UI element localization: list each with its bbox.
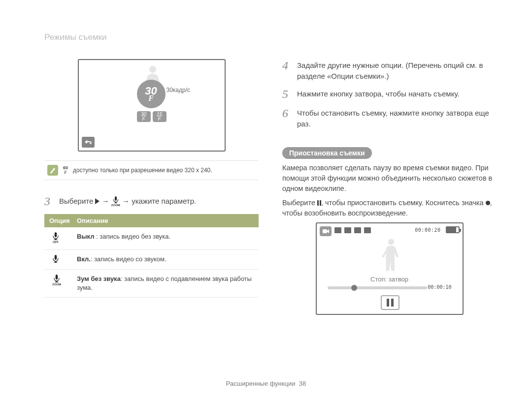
step-number: 4 [282,59,290,82]
options-table: Опция Описание OFF Выкл : запись видео б… [44,214,259,298]
back-arrow-icon [85,139,92,145]
status-icon [364,227,371,233]
silhouette-icon [381,237,401,276]
camera-screen-record: 00:00:20 Стоп: затвор 00:00:10 [316,222,464,315]
status-icon [344,227,351,233]
fps-label: 30кадр/с [166,87,191,93]
recording-time: 00:00:20 [415,227,440,233]
fps-option-15[interactable]: 15 F [153,111,166,122]
record-icon [486,201,490,205]
header-option: Опция [44,214,75,227]
paragraph: Камера позволяет сделать паузу во время … [282,163,497,194]
step-text: Нажмите кнопку затвора, чтобы начать съе… [297,88,460,101]
status-icon [354,227,361,233]
step-text: Задайте другие нужные опции. (Перечень о… [297,59,497,82]
note-icon [47,165,58,176]
fps-badge-large: 30 F [137,80,166,108]
mic-zoom-icon: ZOOM [111,196,120,208]
table-header: Опция Описание [44,214,259,227]
table-row: ZOOM Зум без звука: запись видео с подав… [44,270,259,298]
fps60-icon: 60 F [63,165,68,175]
elapsed-time: 00:00:10 [428,284,451,290]
fps-option-30[interactable]: 30 F [137,111,151,122]
paragraph: Выберите , чтобы приостановить съемку. К… [282,198,497,218]
svg-rect-0 [323,229,327,233]
mode-badge [320,226,332,236]
header-description: Описание [75,214,259,227]
mic-off-icon: OFF [52,232,59,245]
step-6: 6 Чтобы остановить съемку, нажмите кнопк… [282,107,497,129]
back-button[interactable] [82,137,95,148]
stop-hint: Стоп: затвор [317,276,463,283]
step-text: Выберите → ZOOM → укажите параметр. [59,195,196,208]
step-number: 5 [282,88,290,101]
right-column: 4 Задайте другие нужные опции. (Перечень… [282,59,497,315]
step-number: 3 [44,195,52,208]
battery-icon [446,226,460,233]
table-row: Вкл.: запись видео со звуком. [44,250,259,270]
table-row: OFF Выкл : запись видео без звука. [44,227,259,250]
progress-bar[interactable] [328,286,427,289]
step-3: 3 Выберите → ZOOM → укажите параметр. [44,195,259,208]
note-box: 60 F доступно только при разрешении виде… [44,160,259,180]
camera-screen-fps: 30 F 30кадр/с 30 F 15 F [78,59,226,152]
section-title: Режимы съемки [44,32,497,42]
note-text: доступно только при разрешении видео 320… [73,167,212,174]
step-5: 5 Нажмите кнопку затвора, чтобы начать с… [282,88,497,101]
pause-icon [317,200,321,206]
status-icon [334,227,341,233]
step-number: 6 [282,107,290,129]
step-text: Чтобы остановить съемку, нажмите кнопку … [297,107,497,129]
pause-button[interactable] [381,295,399,310]
step-4: 4 Задайте другие нужные опции. (Перечень… [282,59,497,82]
page-footer: Расширенные функции 38 [0,380,532,387]
status-icons [334,227,371,233]
progress-handle[interactable] [351,285,357,291]
fps-badge-f: F [148,95,154,101]
mic-on-icon [52,255,59,263]
left-column: 30 F 30кадр/с 30 F 15 F [44,59,259,315]
subsection-heading: Приостановка съемки [282,147,372,159]
mic-zoom-icon: ZOOM [52,275,61,287]
